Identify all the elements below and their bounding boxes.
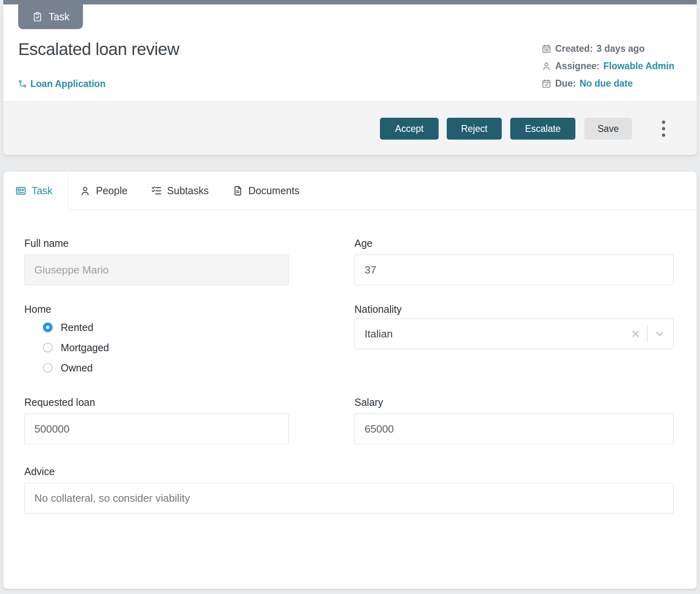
advice-input[interactable] <box>24 483 674 513</box>
top-accent-strip <box>3 0 697 4</box>
select-divider <box>647 325 647 342</box>
assignee-label: Assignee: <box>555 61 600 72</box>
home-label: Home <box>24 303 289 316</box>
person-icon <box>80 185 91 196</box>
save-button[interactable]: Save <box>584 118 632 140</box>
radio-mortgaged-label: Mortgaged <box>61 342 109 354</box>
full-name-input <box>24 255 289 285</box>
created-value: 3 days ago <box>596 43 645 54</box>
task-detail-card: Task People Subtasks <box>3 172 697 589</box>
radio-rented-label: Rented <box>61 322 93 333</box>
radio-option-rented[interactable]: Rented <box>43 317 289 337</box>
due-date-link[interactable]: No due date <box>579 78 633 89</box>
radio-option-owned[interactable]: Owned <box>43 358 289 378</box>
radio-option-mortgaged[interactable]: Mortgaged <box>43 337 289 358</box>
meta-due: Due: No due date <box>541 77 674 89</box>
tab-task-label: Task <box>32 185 52 197</box>
task-type-label: Task <box>49 11 69 23</box>
field-advice: Advice <box>24 466 674 513</box>
salary-input[interactable] <box>354 414 674 444</box>
tab-people[interactable]: People <box>80 172 127 210</box>
assignee-link[interactable]: Flowable Admin <box>603 61 675 72</box>
radio-owned[interactable] <box>43 363 53 373</box>
age-input[interactable] <box>354 255 674 285</box>
field-age: Age <box>354 238 674 285</box>
requested-loan-input[interactable] <box>24 414 289 444</box>
due-label: Due: <box>555 78 576 89</box>
document-icon <box>232 185 243 196</box>
checklist-icon <box>151 185 162 196</box>
radio-owned-label: Owned <box>61 362 93 374</box>
tab-subtasks-label: Subtasks <box>167 185 209 197</box>
tab-documents-label: Documents <box>248 185 299 197</box>
page-title: Escalated loan review <box>18 40 179 59</box>
field-salary: Salary <box>354 397 674 444</box>
field-requested-loan: Requested loan <box>24 397 289 444</box>
person-icon <box>541 61 552 71</box>
accept-button[interactable]: Accept <box>380 118 439 140</box>
full-name-label: Full name <box>24 238 289 250</box>
task-meta: Created: 3 days ago Assignee: Flowable A… <box>541 42 674 89</box>
age-label: Age <box>354 238 674 250</box>
tab-people-label: People <box>96 185 127 197</box>
nationality-label: Nationality <box>354 303 674 316</box>
calendar-icon <box>541 44 552 54</box>
more-actions-button[interactable] <box>653 116 674 142</box>
tab-task[interactable]: Task <box>3 172 68 210</box>
chevron-down-icon[interactable] <box>653 328 666 340</box>
kebab-icon <box>662 121 665 124</box>
process-link[interactable]: Loan Application <box>18 78 106 89</box>
meta-assignee: Assignee: Flowable Admin <box>541 60 674 72</box>
nationality-value: Italian <box>355 328 630 340</box>
tab-bar: Task People Subtasks <box>3 172 697 210</box>
process-icon <box>18 80 27 89</box>
field-home: Home Rented Mortgaged Owned <box>24 303 289 378</box>
nationality-select[interactable]: Italian <box>354 318 674 349</box>
tab-subtasks[interactable]: Subtasks <box>151 172 209 210</box>
field-full-name: Full name <box>24 238 289 285</box>
radio-rented[interactable] <box>43 322 53 332</box>
task-type-badge: Task <box>18 4 83 29</box>
process-link-label: Loan Application <box>30 78 106 89</box>
action-bar: Accept Reject Escalate Save <box>3 101 697 155</box>
created-label: Created: <box>555 43 593 54</box>
form-icon <box>15 185 26 196</box>
reject-button[interactable]: Reject <box>447 118 502 140</box>
clipboard-check-icon <box>32 11 43 22</box>
task-header-card: Task Escalated loan review Loan Applicat… <box>3 4 697 155</box>
advice-label: Advice <box>24 466 674 478</box>
requested-loan-label: Requested loan <box>24 397 289 409</box>
tab-separator <box>68 172 68 210</box>
salary-label: Salary <box>354 397 674 409</box>
clear-icon[interactable] <box>630 328 642 340</box>
tab-documents[interactable]: Documents <box>232 172 299 210</box>
field-nationality: Nationality Italian <box>354 303 674 349</box>
escalate-button[interactable]: Escalate <box>510 118 575 140</box>
meta-created: Created: 3 days ago <box>541 42 674 55</box>
radio-mortgaged[interactable] <box>43 343 53 352</box>
home-radio-group: Rented Mortgaged Owned <box>43 317 289 378</box>
calendar-check-icon <box>541 78 552 89</box>
